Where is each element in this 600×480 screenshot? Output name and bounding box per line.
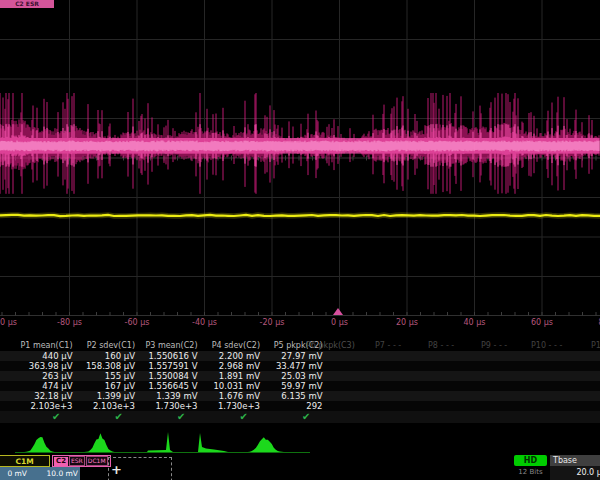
measurement-table[interactable]: P1 mean(C1)P2 sdev(C1)P3 mean(C2)P4 sdev… bbox=[0, 340, 600, 423]
meas-header-inactive[interactable]: P8 - - - bbox=[428, 340, 454, 351]
time-axis: -100 µs-80 µs-60 µs-40 µs-20 µs0 µs20 µs… bbox=[0, 317, 600, 331]
c2-label: C2 bbox=[54, 457, 68, 466]
status-check-icon: ✔ bbox=[10, 411, 73, 423]
meas-header-inactive[interactable]: P9 - - - bbox=[481, 340, 507, 351]
time-axis-label: -80 µs bbox=[57, 318, 82, 327]
meas-value: 10.031 mV bbox=[198, 381, 261, 391]
histicon-spike-left[interactable] bbox=[198, 433, 228, 452]
meas-header[interactable]: P1 mean(C1) bbox=[10, 340, 73, 351]
meas-value: 1.891 mV bbox=[198, 371, 261, 381]
meas-value: 1.339 mV bbox=[135, 391, 198, 401]
meas-value: 25.03 mV bbox=[260, 371, 323, 381]
meas-header[interactable]: P3 mean(C2) bbox=[135, 340, 198, 351]
time-axis-label: 20 µs bbox=[396, 318, 418, 327]
add-trace-button[interactable]: + bbox=[108, 457, 172, 480]
meas-row-min: 263 µV155 µV1.550084 V1.891 mV25.03 mV bbox=[0, 371, 600, 381]
histicon-bell[interactable] bbox=[24, 437, 55, 452]
channel-descriptor-c1[interactable]: C1M bbox=[0, 455, 50, 467]
histicon-bell[interactable] bbox=[84, 433, 115, 452]
time-axis-label: -60 µs bbox=[125, 318, 150, 327]
meas-row-value: 440 µV160 µV1.550616 V2.200 mV27.97 mV bbox=[0, 351, 600, 361]
channel-descriptor-c2[interactable]: C2 ESR DC1M bbox=[52, 455, 111, 467]
c2-eres-tag: ESR bbox=[69, 456, 85, 466]
meas-value: 59.97 mV bbox=[260, 381, 323, 391]
time-axis-label: -40 µs bbox=[192, 318, 217, 327]
bottom-axis-ticks bbox=[2, 312, 596, 316]
meas-row-max: 474 µV167 µV1.556645 V10.031 mV59.97 mV bbox=[0, 381, 600, 391]
c2-vdiv-value: 10.0 mV bbox=[27, 469, 78, 478]
meas-row-mean: 363.98 µV158.308 µV1.557591 V2.968 mV33.… bbox=[0, 361, 600, 371]
status-check-icon: ✔ bbox=[260, 411, 323, 423]
time-axis-label: -20 µs bbox=[260, 318, 285, 327]
meas-value: 1.730e+3 bbox=[198, 401, 261, 411]
meas-value: 1.557591 V bbox=[135, 361, 198, 371]
c2-coupling-tag: DC1M bbox=[86, 456, 108, 466]
meas-value: 2.968 mV bbox=[198, 361, 261, 371]
time-axis-label: 60 µs bbox=[531, 318, 553, 327]
meas-value: 1.399 µV bbox=[73, 391, 136, 401]
meas-value: 33.477 mV bbox=[260, 361, 323, 371]
meas-value: 2.200 mV bbox=[198, 351, 261, 361]
meas-value: 1.550084 V bbox=[135, 371, 198, 381]
meas-value: 2.103e+3 bbox=[73, 401, 136, 411]
waveform-grid[interactable] bbox=[0, 0, 600, 316]
meas-header[interactable]: P4 sdev(C2) bbox=[198, 340, 261, 351]
meas-row-num: 2.103e+32.103e+31.730e+31.730e+3292 bbox=[0, 401, 600, 411]
time-axis-label: 0 µs bbox=[331, 318, 348, 327]
hd-bits-label: 12 Bits bbox=[514, 468, 547, 476]
meas-value: 2.103e+3 bbox=[10, 401, 73, 411]
histicon-spike-right[interactable] bbox=[147, 432, 173, 452]
meas-value: 160 µV bbox=[73, 351, 136, 361]
meas-header-inactive[interactable]: P10 - - - bbox=[531, 340, 562, 351]
oscilloscope-screen: C2 ESR -100 µs-80 µs-60 µs-40 µs-20 µs0 … bbox=[0, 0, 600, 480]
meas-row-sdev: 32.18 µV1.399 µV1.339 mV1.676 mV6.135 mV bbox=[0, 391, 600, 401]
meas-value: 158.308 µV bbox=[73, 361, 136, 371]
meas-value: 155 µV bbox=[73, 371, 136, 381]
time-axis-label: -100 µs bbox=[0, 318, 17, 327]
c1-trace[interactable] bbox=[0, 215, 600, 216]
meas-value: 167 µV bbox=[73, 381, 136, 391]
meas-value: 6.135 mV bbox=[260, 391, 323, 401]
c1-vdiv-value: 0 mV bbox=[0, 469, 27, 478]
timebase-descriptor[interactable]: Tbase 20.0 µs bbox=[550, 455, 600, 480]
meas-value: 1.550616 V bbox=[135, 351, 198, 361]
meas-value: 474 µV bbox=[10, 381, 73, 391]
c1-coupling-label: C1M bbox=[15, 457, 33, 466]
meas-header[interactable]: P2 sdev(C1) bbox=[73, 340, 136, 351]
meas-value: 1.676 mV bbox=[198, 391, 261, 401]
timebase-value: 20.0 µs bbox=[550, 466, 600, 479]
time-axis-label: 40 µs bbox=[464, 318, 486, 327]
meas-header-inactive[interactable]: P6 pkpk(C3) bbox=[306, 340, 355, 351]
meas-status-row: ✔✔✔✔✔ bbox=[0, 411, 600, 423]
meas-value: 363.98 µV bbox=[10, 361, 73, 371]
hd-mode-badge[interactable]: HD bbox=[514, 455, 547, 466]
meas-header-row: P1 mean(C1)P2 sdev(C1)P3 mean(C2)P4 sdev… bbox=[0, 340, 600, 351]
c2-trace-core bbox=[0, 141, 599, 152]
meas-value: 1.730e+3 bbox=[135, 401, 198, 411]
meas-value: 32.18 µV bbox=[10, 391, 73, 401]
timebase-title: Tbase bbox=[550, 455, 600, 466]
meas-value: 27.97 mV bbox=[260, 351, 323, 361]
trigger-time-marker[interactable] bbox=[333, 308, 343, 315]
meas-value: 440 µV bbox=[10, 351, 73, 361]
meas-value: 263 µV bbox=[10, 371, 73, 381]
meas-header-inactive[interactable]: P11 bbox=[591, 340, 600, 351]
status-check-icon: ✔ bbox=[73, 411, 136, 423]
histicon-bell-wide[interactable] bbox=[246, 437, 284, 452]
plus-icon: + bbox=[111, 462, 122, 477]
meas-value: 1.556645 V bbox=[135, 381, 198, 391]
status-check-icon: ✔ bbox=[135, 411, 198, 423]
status-check-icon: ✔ bbox=[198, 411, 261, 423]
volts-per-div-strip: 0 mV 10.0 mV bbox=[0, 467, 80, 480]
meas-header-inactive[interactable]: P7 - - - bbox=[375, 340, 401, 351]
histicon-row bbox=[0, 424, 600, 458]
meas-value: 292 bbox=[260, 401, 323, 411]
